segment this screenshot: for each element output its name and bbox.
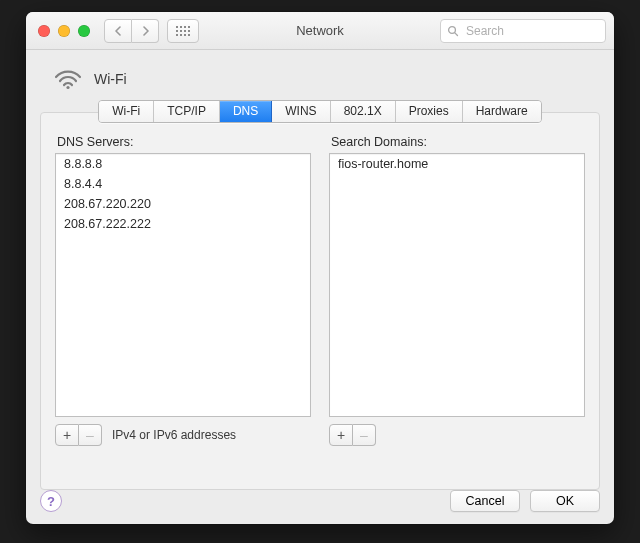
- remove-dns-server-button[interactable]: –: [79, 424, 102, 446]
- add-dns-server-button[interactable]: +: [55, 424, 79, 446]
- add-search-domain-button[interactable]: +: [329, 424, 353, 446]
- search-icon: [447, 25, 459, 37]
- connection-name: Wi-Fi: [94, 71, 127, 87]
- tabs-container: Wi-FiTCP/IPDNSWINS802.1XProxiesHardware: [26, 100, 614, 123]
- tab-proxies[interactable]: Proxies: [396, 101, 463, 122]
- tab-wins[interactable]: WINS: [272, 101, 330, 122]
- dns-server-item[interactable]: 208.67.220.220: [56, 194, 310, 214]
- search-field[interactable]: [440, 19, 606, 43]
- back-button[interactable]: [104, 19, 132, 43]
- tab-hardware[interactable]: Hardware: [463, 101, 541, 122]
- dns-server-item[interactable]: 8.8.4.4: [56, 174, 310, 194]
- zoom-window-button[interactable]: [78, 25, 90, 37]
- cancel-button[interactable]: Cancel: [450, 490, 520, 512]
- wifi-icon: [54, 68, 82, 90]
- tab-dns[interactable]: DNS: [220, 101, 272, 122]
- dns-server-item[interactable]: 8.8.8.8: [56, 154, 310, 174]
- window-controls: [38, 25, 90, 37]
- minimize-window-button[interactable]: [58, 25, 70, 37]
- close-window-button[interactable]: [38, 25, 50, 37]
- show-all-button[interactable]: [167, 19, 199, 43]
- preferences-window: Network Wi-Fi Wi-FiTCP/IPDNSWINS802.1XPr…: [26, 12, 614, 524]
- tab-tcpip[interactable]: TCP/IP: [154, 101, 220, 122]
- tab-8021x[interactable]: 802.1X: [331, 101, 396, 122]
- svg-line-1: [455, 32, 458, 35]
- nav-buttons: [104, 19, 159, 43]
- connection-header: Wi-Fi: [26, 50, 614, 98]
- search-domains-label: Search Domains:: [331, 135, 585, 149]
- tabs: Wi-FiTCP/IPDNSWINS802.1XProxiesHardware: [98, 100, 541, 123]
- search-domain-item[interactable]: fios-router.home: [330, 154, 584, 174]
- help-button[interactable]: ?: [40, 490, 62, 512]
- grid-icon: [176, 26, 190, 36]
- search-domains-column: Search Domains: fios-router.home + –: [329, 135, 585, 446]
- ok-button[interactable]: OK: [530, 490, 600, 512]
- remove-search-domain-button[interactable]: –: [353, 424, 376, 446]
- dns-servers-hint: IPv4 or IPv6 addresses: [112, 428, 236, 442]
- tab-wifi[interactable]: Wi-Fi: [99, 101, 154, 122]
- dns-panel: DNS Servers: 8.8.8.88.8.4.4208.67.220.22…: [40, 112, 600, 490]
- dns-servers-label: DNS Servers:: [57, 135, 311, 149]
- search-domains-list[interactable]: fios-router.home: [329, 153, 585, 417]
- dns-server-item[interactable]: 208.67.222.222: [56, 214, 310, 234]
- svg-point-2: [66, 86, 69, 89]
- search-input[interactable]: [464, 23, 599, 39]
- titlebar: Network: [26, 12, 614, 50]
- dns-servers-column: DNS Servers: 8.8.8.88.8.4.4208.67.220.22…: [55, 135, 311, 446]
- footer: ? Cancel OK: [26, 480, 614, 524]
- forward-button[interactable]: [132, 19, 159, 43]
- dns-servers-list[interactable]: 8.8.8.88.8.4.4208.67.220.220208.67.222.2…: [55, 153, 311, 417]
